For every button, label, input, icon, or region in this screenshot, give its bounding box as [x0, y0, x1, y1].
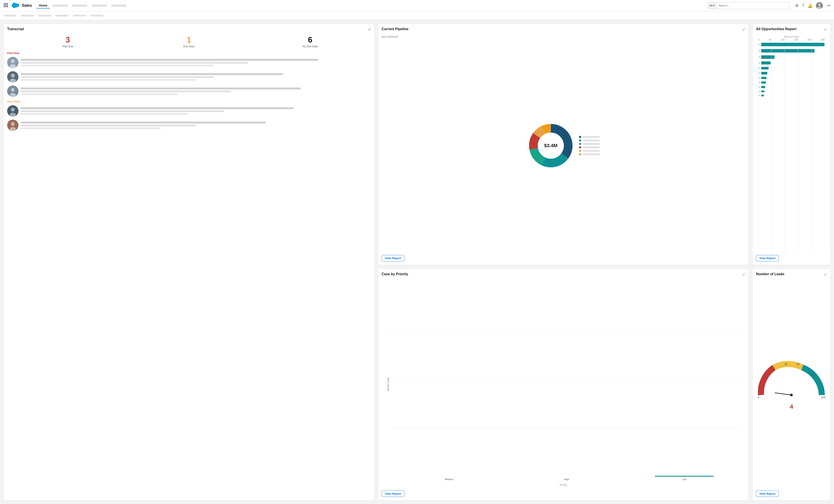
legend-label-4: [583, 146, 600, 148]
legend-item-5: [579, 150, 600, 152]
transcript-text-4: [21, 107, 371, 115]
svg-rect-4: [5, 4, 6, 6]
opportunities-view-report-area: View Report: [756, 252, 827, 261]
opp-bar-row-6: [758, 71, 825, 75]
legend-item-1: [579, 136, 600, 138]
edit-icon[interactable]: ✏: [827, 3, 831, 8]
leads-expand-icon[interactable]: ⤢: [824, 272, 827, 277]
settings-icon[interactable]: ⚙: [795, 3, 798, 8]
label-low: Low: [626, 477, 743, 483]
gauge-value: 4: [790, 403, 793, 410]
opp-bar-row-5: [758, 66, 825, 70]
case-priority-chart: Record Count 80 60 40 20 0: [381, 280, 745, 488]
gauge-chart: 0 20 40 60 80 100 4: [756, 280, 827, 488]
opp-bar-row-9: [758, 85, 825, 89]
opp-bar-11: [761, 95, 764, 96]
transcript-scroll[interactable]: Past Due: [7, 51, 371, 497]
transcript-title: Transcript: [7, 27, 24, 31]
svg-point-10: [818, 3, 821, 6]
case-priority-expand-icon[interactable]: ⤢: [742, 272, 745, 277]
transcript-avatar-5: [7, 120, 19, 131]
past-due-label: Past Due: [7, 45, 128, 48]
opportunities-title: All Opportunities Report: [756, 27, 796, 31]
legend-label-3: [583, 143, 600, 145]
opp-bar-2: [761, 49, 814, 52]
case-x-labels: Medium High Low: [390, 477, 743, 483]
right-icons: ⚙ ? 🔔: [795, 2, 823, 9]
opp-x-labels: 0 50 100 150 200 250: [756, 39, 827, 41]
legend-item-2: [579, 139, 600, 141]
legend-label-1: [583, 136, 600, 138]
svg-point-36: [11, 108, 15, 112]
search-filter[interactable]: All ▾: [708, 2, 717, 9]
past-due-stat: 3 Past Due: [7, 36, 128, 48]
help-icon[interactable]: ?: [802, 3, 804, 8]
opportunities-chart-wrap: Record Count 0 50 100 150 200 250: [756, 36, 827, 252]
transcript-text-2: [21, 73, 371, 81]
no-due-label: No Due Date: [249, 45, 371, 48]
case-priority-header: Case by Priority ⤢: [381, 272, 745, 279]
pipeline-chart: $3.4M: [381, 39, 745, 252]
pipeline-legend: [579, 136, 600, 155]
salesforce-logo[interactable]: [11, 2, 19, 9]
svg-text:0: 0: [758, 396, 759, 399]
gauge-center-dot: [790, 394, 793, 396]
chevron-icon: ▾: [713, 4, 715, 7]
svg-text:80: 80: [812, 373, 815, 376]
legend-label-2: [583, 140, 600, 141]
case-priority-title: Case by Priority: [381, 272, 408, 276]
svg-rect-0: [4, 3, 5, 4]
svg-rect-3: [4, 4, 5, 6]
legend-dot-3: [579, 143, 581, 145]
opp-bar-3: [761, 55, 774, 59]
bar-chart-inner: Record Count 80 60 40 20 0: [381, 282, 745, 486]
svg-rect-7: [5, 6, 6, 7]
transcript-expand-icon[interactable]: ↗: [368, 27, 371, 32]
opportunities-expand-icon[interactable]: ⤢: [824, 27, 827, 32]
leads-title: Number of Leads: [756, 272, 785, 276]
notifications-icon[interactable]: 🔔: [808, 3, 812, 8]
search-input[interactable]: [717, 4, 790, 7]
legend-dot-1: [579, 136, 581, 138]
opp-bar-row-4: [758, 61, 825, 65]
top-nav: Sales Home All ▾ ⚙ ? 🔔 ✏: [0, 0, 834, 11]
svg-rect-2: [7, 3, 8, 4]
case-view-report-area: View Report: [381, 488, 745, 497]
apps-icon[interactable]: [3, 3, 8, 8]
legend-dot-4: [579, 146, 581, 148]
leads-view-report-button[interactable]: View Report: [756, 490, 779, 497]
opp-bar-9: [761, 86, 765, 88]
opp-bar-5: [761, 67, 769, 69]
transcript-avatar-1: [7, 57, 19, 68]
case-view-report-button[interactable]: View Report: [381, 490, 404, 497]
opp-bar-7: [761, 77, 766, 79]
opp-bar-row-8: [758, 81, 825, 84]
case-x-axis-title: Priority: [381, 484, 745, 486]
pipeline-card: Current Pipeline ⤢ Sum of Amount: [378, 23, 749, 265]
opp-bar-row-10: [758, 90, 825, 93]
transcript-item-5: [7, 120, 371, 131]
legend-dot-6: [579, 153, 581, 155]
pipeline-view-report-area: View Report: [381, 252, 745, 261]
avatar[interactable]: [816, 2, 823, 9]
transcript-header: Transcript ↗: [7, 27, 371, 33]
pipeline-expand-icon[interactable]: ⤢: [742, 27, 745, 32]
pipeline-view-report-button[interactable]: View Report: [381, 255, 404, 261]
opp-bar-10: [761, 91, 765, 92]
svg-text:100: 100: [821, 396, 826, 399]
pipeline-header: Current Pipeline ⤢: [381, 27, 745, 33]
opportunities-view-report-button[interactable]: View Report: [756, 255, 779, 261]
nav-placeholder: [52, 4, 705, 7]
second-nav: [0, 11, 834, 20]
dashboard: Current Pipeline ⤢ Sum of Amount: [0, 20, 834, 504]
leads-view-report-area: View Report: [756, 488, 827, 497]
gauge-needle: [775, 393, 791, 395]
opp-bars: [756, 42, 827, 252]
gauge-svg: 0 20 40 60 80 100: [754, 358, 828, 402]
past-due-section-label: Past Due: [7, 51, 371, 55]
home-tab[interactable]: Home: [36, 3, 50, 8]
legend-dot-5: [579, 150, 581, 152]
label-medium: Medium: [390, 477, 508, 483]
search-bar: All ▾: [707, 2, 790, 9]
opp-x-axis-title: Record Count: [756, 36, 827, 38]
